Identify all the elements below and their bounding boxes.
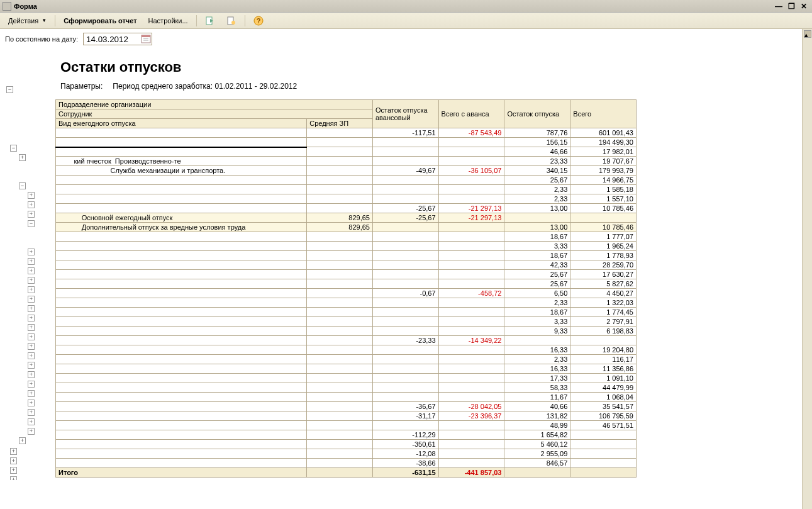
- cell: -28 042,05: [438, 402, 504, 411]
- scrollbar-up-button[interactable]: ▴: [804, 30, 811, 38]
- table-row[interactable]: 58,3344 479,99: [56, 383, 637, 393]
- minimize-button[interactable]: —: [773, 1, 784, 11]
- close-button[interactable]: ✕: [798, 1, 809, 11]
- tree-expand-button[interactable]: +: [28, 201, 35, 208]
- tree-expand-button[interactable]: +: [28, 381, 35, 388]
- actions-menu[interactable]: Действия ▼: [4, 14, 51, 27]
- cell: 1 585,18: [570, 185, 637, 194]
- table-row[interactable]: 2,331 585,18: [56, 185, 637, 194]
- table-row[interactable]: -117,51-87 543,49787,76601 091,43: [56, 128, 637, 138]
- table-row[interactable]: 42,3328 259,70: [56, 260, 637, 270]
- table-row[interactable]: 16,3311 356,86: [56, 364, 637, 374]
- table-row[interactable]: -12,082 955,09: [56, 449, 637, 459]
- table-row[interactable]: -36,67-28 042,0540,6635 541,57: [56, 402, 637, 411]
- tool-button-2[interactable]: [222, 13, 241, 28]
- table-row[interactable]: -23,33-14 349,22: [56, 336, 637, 345]
- tree-expand-button[interactable]: +: [10, 476, 17, 480]
- cell: 17 630,27: [570, 270, 637, 279]
- tree-expand-button[interactable]: +: [28, 418, 35, 425]
- table-row[interactable]: 2,331 557,10: [56, 194, 637, 204]
- cell: -631,15: [372, 468, 438, 478]
- report-title: Остатки отпусков: [60, 59, 802, 76]
- table-row[interactable]: -112,291 654,82: [56, 430, 637, 440]
- tree-expand-button[interactable]: +: [28, 428, 35, 435]
- tree-collapse-button[interactable]: −: [10, 145, 17, 152]
- table-row[interactable]: 9,336 198,83: [56, 327, 637, 336]
- tree-expand-button[interactable]: +: [28, 352, 35, 359]
- table-row[interactable]: 18,671 774,45: [56, 308, 637, 317]
- settings-button[interactable]: Настройки...: [144, 14, 192, 27]
- cell: [372, 157, 438, 166]
- tree-expand-button[interactable]: +: [28, 305, 35, 312]
- tree-expand-button[interactable]: +: [28, 296, 35, 303]
- cell: [56, 345, 307, 355]
- help-button[interactable]: ?: [249, 13, 268, 28]
- table-row[interactable]: Дополнительный отпуск за вредные условия…: [56, 223, 637, 232]
- tree-expand-button[interactable]: +: [28, 333, 35, 340]
- table-row[interactable]: 17,331 091,10: [56, 374, 637, 383]
- tree-expand-button[interactable]: +: [28, 277, 35, 284]
- table-row[interactable]: 25,6714 966,75: [56, 176, 637, 185]
- tree-expand-button[interactable]: +: [28, 211, 35, 218]
- generate-report-button[interactable]: Сформировать отчет: [59, 14, 141, 27]
- table-row[interactable]: 3,332 797,91: [56, 317, 637, 327]
- tree-expand-button[interactable]: +: [28, 249, 35, 255]
- tree-expand-button[interactable]: +: [28, 343, 35, 350]
- tree-expand-button[interactable]: +: [10, 457, 17, 464]
- table-row[interactable]: 46,6617 982,01: [56, 147, 637, 157]
- table-row[interactable]: 25,6717 630,27: [56, 270, 637, 279]
- cell: 1 774,45: [570, 308, 637, 317]
- tree-collapse-button[interactable]: −: [6, 86, 13, 93]
- table-row[interactable]: Служба механизации и транспорта.-49,67-3…: [56, 166, 637, 176]
- vertical-scrollbar[interactable]: ▴: [802, 29, 812, 480]
- tree-expand-button[interactable]: +: [28, 258, 35, 265]
- tree-expand-button[interactable]: +: [19, 154, 26, 161]
- table-row[interactable]: 16,3319 204,80: [56, 345, 637, 355]
- table-row[interactable]: 25,675 827,62: [56, 279, 637, 289]
- cell: [438, 327, 504, 336]
- table-row[interactable]: 18,671 777,07: [56, 232, 637, 242]
- tree-collapse-button[interactable]: −: [19, 182, 26, 189]
- table-row[interactable]: 18,671 778,93: [56, 251, 637, 260]
- tree-expand-button[interactable]: +: [10, 448, 17, 455]
- cell: [438, 157, 504, 166]
- table-row[interactable]: Основной ежегодный отпуск829,65-25,67-21…: [56, 213, 637, 223]
- tree-expand-button[interactable]: +: [28, 286, 35, 293]
- cell: Итого: [56, 468, 307, 478]
- table-row[interactable]: 156,15194 499,30: [56, 138, 637, 147]
- tree-expand-button[interactable]: +: [28, 362, 35, 369]
- cell: [372, 308, 438, 317]
- cell: [570, 440, 637, 449]
- table-row[interactable]: 48,9946 571,51: [56, 421, 637, 430]
- tree-expand-button[interactable]: +: [10, 467, 17, 474]
- table-row[interactable]: -350,615 460,12: [56, 440, 637, 449]
- cell: 1 654,82: [504, 430, 570, 440]
- document-sun-icon: [226, 16, 236, 26]
- tree-expand-button[interactable]: +: [28, 400, 35, 406]
- tree-expand-button[interactable]: +: [28, 315, 35, 322]
- table-row[interactable]: 2,331 322,03: [56, 298, 637, 308]
- table-row[interactable]: кий пчесток Производственно-те23,3319 70…: [56, 157, 637, 166]
- table-row[interactable]: 11,671 068,04: [56, 393, 637, 402]
- table-row[interactable]: 2,33116,17: [56, 355, 637, 364]
- tree-expand-button[interactable]: +: [19, 437, 26, 444]
- report-table: Подразделение организации Остаток отпуск…: [55, 99, 637, 478]
- tree-expand-button[interactable]: +: [28, 371, 35, 378]
- tree-expand-button[interactable]: +: [28, 192, 35, 199]
- cell: [307, 232, 373, 242]
- calendar-icon[interactable]: [141, 34, 151, 44]
- tree-expand-button[interactable]: +: [28, 324, 35, 331]
- table-row[interactable]: -31,17-23 396,37131,82106 795,59: [56, 411, 637, 421]
- maximize-button[interactable]: ❐: [786, 1, 797, 11]
- cell: 116,17: [570, 355, 637, 364]
- table-row[interactable]: -0,67-458,726,504 450,27: [56, 289, 637, 298]
- table-row[interactable]: -25,67-21 297,1313,0010 785,46: [56, 204, 637, 213]
- tree-collapse-button[interactable]: −: [28, 220, 35, 227]
- tree-expand-button[interactable]: +: [28, 267, 35, 274]
- tree-expand-button[interactable]: +: [28, 409, 35, 416]
- cell: [570, 468, 637, 478]
- tree-expand-button[interactable]: +: [28, 390, 35, 397]
- tool-button-1[interactable]: [201, 13, 220, 28]
- table-row[interactable]: 3,331 965,24: [56, 242, 637, 251]
- table-row[interactable]: -38,66846,57: [56, 459, 637, 468]
